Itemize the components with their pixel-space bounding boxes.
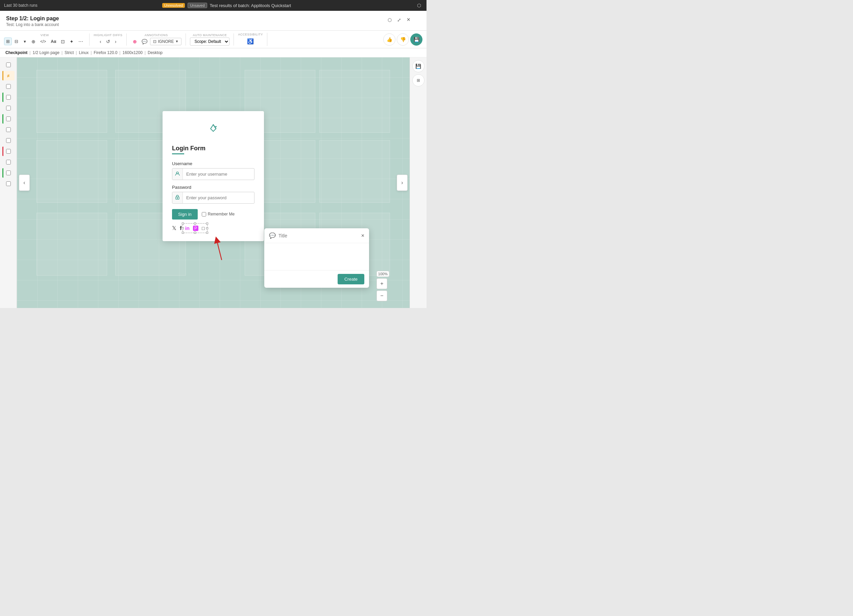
refresh-diff-btn[interactable]: ↺ (104, 38, 112, 45)
sidebar-checkbox-6[interactable] (6, 117, 11, 121)
next-page-button[interactable]: › (397, 175, 408, 191)
next-diff-btn[interactable]: › (113, 38, 118, 45)
right-sidebar: 💾 ⊞ (410, 58, 426, 308)
sidebar-checkbox-8[interactable] (6, 138, 11, 143)
sidebar-checkbox-11[interactable] (6, 171, 11, 175)
diff-indicator-2: ≠ (7, 73, 9, 78)
handle-br (206, 232, 208, 234)
sidebar-checkbox-5[interactable] (6, 106, 11, 110)
crop-btn[interactable]: ⊡ (59, 38, 67, 45)
zoom-percent-label: 100% (376, 271, 389, 277)
sidebar-checkbox-9[interactable] (6, 149, 11, 154)
password-label: Password (172, 185, 255, 190)
signin-button[interactable]: Sign in (172, 209, 198, 219)
sidebar-item-6[interactable] (2, 114, 15, 124)
thumbs-down-button[interactable]: 👎 (397, 33, 409, 45)
comment-popup: 💬 × Create (264, 228, 369, 288)
thumbs-up-button[interactable]: 👍 (383, 33, 395, 45)
text-btn[interactable]: Aα (49, 38, 58, 45)
comment-popup-header: 💬 × (264, 228, 369, 243)
test-title: Test results of batch: Applitools Quicks… (210, 3, 291, 8)
sidebar-checkbox-1[interactable] (6, 62, 11, 67)
ignore-btn[interactable]: ⊡ IGNORE ▼ (150, 38, 182, 45)
sidebar-item-8[interactable] (2, 136, 15, 145)
facebook-icon[interactable]: f (180, 225, 182, 232)
share-top-button[interactable]: ⬡ (416, 2, 422, 9)
comment-body[interactable] (264, 243, 369, 270)
sidebar-checkbox-3[interactable] (6, 84, 11, 89)
top-bar-left: Last 30 batch runs (4, 3, 38, 8)
highlight-section: HIGHLIGHT DIFFS ‹ ↺ › (90, 33, 127, 45)
twitter-icon[interactable]: 𝕏 (172, 225, 176, 232)
grid-sidebar-button[interactable]: ⊞ (412, 74, 425, 86)
main-modal: Step 1/2: Login page Test: Log into a ba… (0, 11, 426, 308)
prev-page-button[interactable]: ‹ (19, 175, 30, 191)
remember-me-checkbox[interactable] (202, 212, 206, 216)
breadcrumb-step: 1/2 Login page (32, 50, 59, 55)
sidebar-item-2[interactable]: ≠ (2, 71, 15, 80)
sidebar-item-10[interactable] (2, 157, 15, 167)
sidebar-item-5[interactable] (2, 103, 15, 113)
login-form-title: Login Form (172, 145, 255, 152)
share-button[interactable]: ⬡ (386, 15, 393, 24)
extra-icon[interactable]: □ (202, 226, 205, 231)
toolbar-right: 👍 👎 💾 (383, 33, 422, 45)
comment-title-input[interactable] (278, 233, 358, 238)
sidebar-item-7[interactable] (2, 125, 15, 135)
comment-close-button[interactable]: × (361, 233, 364, 239)
zoom-in-button[interactable]: + (376, 278, 387, 289)
sidebar-checkbox-10[interactable] (6, 160, 11, 165)
social-icons: 𝕏 f in P □ (172, 225, 255, 232)
ignore-label: IGNORE (158, 39, 174, 44)
zoom-controls: 100% + − (376, 271, 389, 301)
username-label: Username (172, 161, 255, 166)
password-input[interactable] (183, 192, 254, 203)
preview-area: ‹ › Login Form Username (17, 58, 410, 308)
remember-me-label: Remember Me (202, 212, 235, 216)
expand-button[interactable]: ⤢ (396, 15, 402, 24)
layers-btn[interactable]: ⊕ (29, 38, 38, 45)
breadcrumb-bar: Checkpoint | 1/2 Login page | Strict | L… (0, 48, 426, 58)
top-bar-right: ⬡ (416, 2, 422, 9)
toolbar: VIEW ⊞ ⊟ ▼ ⊕ </> Aα ⊡ ✦ ⋯ HIGHLIGHT DIFF… (0, 31, 426, 48)
sidebar-item-12[interactable] (2, 179, 15, 188)
username-input[interactable] (183, 169, 254, 179)
modal-title: Step 1/2: Login page (6, 15, 393, 22)
create-comment-button[interactable]: Create (338, 274, 364, 285)
save-button[interactable]: 💾 (410, 33, 422, 45)
view-dropdown-btn[interactable]: ▼ (21, 38, 29, 45)
pinterest-icon[interactable]: P (193, 226, 198, 231)
ignore-selection-icon: ⊡ (153, 39, 156, 44)
star-btn[interactable]: ✦ (68, 38, 76, 45)
sidebar-item-3[interactable] (2, 82, 15, 91)
sidebar-item-11[interactable] (2, 168, 15, 178)
top-bar-title: Unresolved Unsaved Test results of batch… (162, 3, 291, 8)
zoom-out-button[interactable]: − (376, 291, 387, 301)
close-button[interactable]: × (405, 15, 411, 24)
selected-social-group: in P □ (185, 225, 205, 231)
applitools-logo-svg (206, 122, 220, 135)
alert-annotation-btn[interactable]: ⊕ (131, 38, 139, 45)
password-input-wrapper (172, 192, 255, 204)
modal-actions: ⬡ ⤢ × (386, 15, 411, 24)
sidebar-item-9[interactable] (2, 147, 15, 156)
handle-left (182, 227, 184, 229)
code-btn[interactable]: </> (38, 38, 48, 45)
view-grid-btn[interactable]: ⊞ (4, 38, 12, 45)
sidebar-checkbox-4[interactable] (6, 95, 11, 100)
view-split-btn[interactable]: ⊟ (12, 38, 20, 45)
login-card: Login Form Username (162, 111, 264, 241)
sidebar-item-4[interactable] (2, 92, 15, 102)
linkedin-icon[interactable]: in (185, 225, 190, 231)
save-sidebar-button[interactable]: 💾 (412, 60, 425, 72)
accessibility-label: ACCESSIBILITY (238, 33, 263, 36)
prev-diff-btn[interactable]: ‹ (98, 38, 103, 45)
sidebar-item-1[interactable] (2, 60, 15, 70)
comment-annotation-btn[interactable]: 💬 (140, 38, 149, 45)
password-icon (172, 192, 183, 203)
sidebar-checkbox-12[interactable] (6, 182, 11, 186)
scope-select[interactable]: Scope: Default (190, 38, 229, 45)
sidebar-checkbox-7[interactable] (6, 127, 11, 132)
accessibility-btn[interactable]: ♿ (245, 37, 256, 46)
more-btn[interactable]: ⋯ (76, 38, 85, 45)
